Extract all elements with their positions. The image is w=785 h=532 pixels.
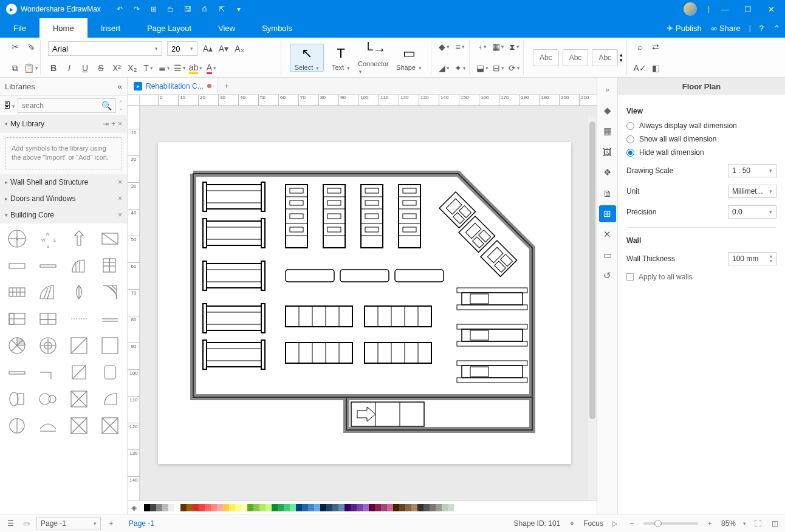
grid-panel-icon[interactable]: ▦	[599, 123, 616, 140]
underline-icon[interactable]: U	[80, 63, 91, 73]
color-swatch[interactable]	[363, 504, 369, 511]
shape-item[interactable]	[96, 227, 123, 250]
save-icon[interactable]: 🖫	[181, 5, 194, 13]
color-swatch[interactable]	[187, 504, 193, 511]
theme-style-3[interactable]: Abc	[592, 49, 618, 66]
minimize-button[interactable]: —	[713, 5, 736, 14]
cut-icon[interactable]: ✂	[10, 41, 21, 52]
history-panel-icon[interactable]: ↺	[599, 267, 616, 284]
lib-combo-icon[interactable]: 🗄▾	[4, 101, 15, 110]
find-icon[interactable]: ⌕	[634, 41, 645, 52]
zoom-thumb[interactable]	[654, 520, 662, 527]
shape-item[interactable]	[35, 281, 62, 304]
section-doors[interactable]: ▸Doors and Windows×	[0, 191, 127, 207]
zoom-slider[interactable]	[643, 522, 698, 525]
maximize-button[interactable]: ☐	[736, 5, 759, 14]
color-swatch[interactable]	[144, 504, 150, 511]
shape-item[interactable]	[35, 414, 62, 437]
horizontal-ruler[interactable]: 0102030405060708090100110120130140150160…	[140, 95, 597, 106]
case-icon[interactable]: T▾	[143, 63, 154, 73]
drawing-page[interactable]	[158, 142, 571, 464]
color-swatch[interactable]	[405, 504, 411, 511]
color-swatch[interactable]	[156, 504, 162, 511]
shape-item[interactable]	[4, 307, 31, 330]
tab-view[interactable]: View	[205, 18, 249, 38]
strike-icon[interactable]: S	[95, 63, 106, 73]
section-mylibrary[interactable]: ▾My Library ⇥+×	[0, 116, 127, 132]
align-icon[interactable]: ⫞▾	[477, 41, 488, 52]
color-swatch[interactable]	[174, 504, 180, 511]
search-icon[interactable]: 🔍	[101, 101, 112, 111]
print-icon[interactable]: ⎙	[198, 5, 211, 13]
color-swatch[interactable]	[381, 504, 387, 511]
publish-button[interactable]: ✈Publish	[662, 18, 707, 38]
tab-home[interactable]: Home	[39, 18, 87, 38]
page-label[interactable]: Page -1	[129, 519, 154, 528]
close-section-icon[interactable]: ×	[118, 120, 122, 128]
share-button[interactable]: ∞Share	[707, 18, 746, 38]
page-panel-icon[interactable]: 🗎	[599, 185, 616, 202]
tab-symbols[interactable]: Symbols	[249, 18, 306, 38]
shape-item[interactable]	[66, 387, 93, 411]
decrease-font-icon[interactable]: A▾	[218, 43, 229, 54]
color-swatch[interactable]	[399, 504, 405, 511]
shape-item[interactable]	[35, 254, 62, 277]
spellcheck-icon[interactable]: A✓	[634, 63, 645, 73]
focus-target-icon[interactable]: ⌖	[566, 519, 577, 528]
color-swatch[interactable]	[320, 504, 326, 511]
shape-item[interactable]	[96, 334, 123, 357]
fill-icon[interactable]: ◆▾	[439, 41, 450, 52]
fullscreen-icon[interactable]: ⛶	[752, 519, 763, 528]
precision-input[interactable]: 0.0▾	[728, 205, 776, 219]
close-section-icon[interactable]: ×	[118, 194, 122, 203]
page-view-icon[interactable]: ▭	[21, 519, 32, 528]
vertical-ruler[interactable]: 102030405060708090100110120130140150	[128, 106, 140, 514]
outline-view-icon[interactable]: ☰	[5, 519, 16, 528]
group-icon[interactable]: ▦▾	[493, 41, 504, 52]
color-swatch[interactable]	[235, 504, 241, 511]
color-swatch[interactable]	[338, 504, 345, 511]
collapse-panel-icon[interactable]: «	[118, 82, 122, 91]
shape-tool[interactable]: ▭Shape ▾	[392, 44, 426, 71]
format-painter-icon[interactable]: ✎	[26, 41, 36, 52]
layers-panel-icon[interactable]: ❖	[599, 164, 616, 181]
lib-down-icon[interactable]: ⌄	[118, 106, 123, 111]
rotate-icon[interactable]: ⟳▾	[509, 63, 519, 73]
subscript-icon[interactable]: X₂	[127, 63, 138, 73]
shape-item[interactable]	[4, 387, 31, 411]
redo-icon[interactable]: ↷	[130, 5, 143, 13]
shape-item[interactable]	[35, 361, 62, 384]
page-selector[interactable]: Page -1▾	[36, 517, 101, 530]
radio-always-display[interactable]: Always display wall dimension	[626, 121, 776, 130]
color-swatch[interactable]	[272, 504, 278, 511]
shape-item[interactable]	[66, 254, 93, 277]
expand-panel-icon[interactable]: »	[605, 81, 609, 98]
library-search-input[interactable]	[22, 101, 101, 110]
line-icon[interactable]: ≡▾	[454, 41, 465, 52]
image-panel-icon[interactable]: 🖼	[599, 143, 616, 160]
tab-page-layout[interactable]: Page Layout	[134, 18, 205, 38]
shape-item[interactable]	[96, 387, 123, 411]
replace-icon[interactable]: ⇄	[650, 41, 661, 52]
canvas[interactable]	[140, 106, 597, 514]
color-swatch[interactable]	[436, 504, 442, 511]
copy-icon[interactable]: ⧉	[10, 63, 21, 73]
color-swatch[interactable]	[284, 504, 290, 511]
color-swatch[interactable]	[417, 504, 423, 511]
fit-page-icon[interactable]: ◫	[769, 519, 780, 528]
color-swatch[interactable]	[332, 504, 338, 511]
apply-all-walls-checkbox[interactable]: Apply to all walls	[626, 273, 776, 281]
italic-icon[interactable]: I	[64, 63, 75, 73]
theme-style-2[interactable]: Abc	[563, 49, 589, 66]
paste-icon[interactable]: 📋▾	[26, 63, 36, 73]
theme-more-icon[interactable]: ▴▾	[620, 52, 623, 63]
wall-thickness-input[interactable]: 100 mm▴▾	[728, 252, 776, 265]
color-swatch[interactable]	[150, 504, 156, 511]
layer-icon[interactable]: ⬓▾	[477, 63, 488, 73]
shape-item[interactable]	[35, 387, 62, 411]
new-icon[interactable]: ⊞	[147, 5, 160, 13]
color-swatch[interactable]	[290, 504, 296, 511]
connector-tool[interactable]: └→Connector ▾	[358, 41, 392, 75]
color-swatch[interactable]	[393, 504, 399, 511]
help-button[interactable]: ?	[755, 18, 769, 38]
